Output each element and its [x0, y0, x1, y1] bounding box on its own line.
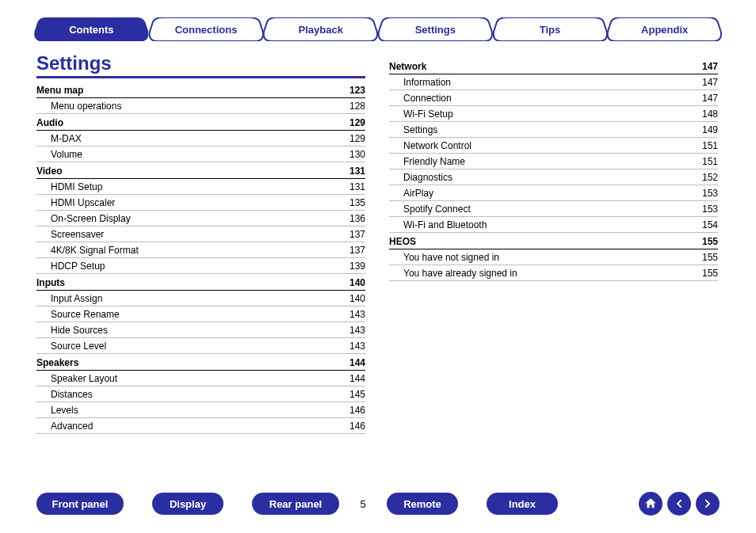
toc-page: 155 [693, 252, 718, 263]
page-title: Settings [36, 52, 365, 78]
toc-column-right: Network147Information147Connection147Wi-… [389, 58, 718, 434]
pill-label: Front panel [52, 498, 109, 510]
toc-item[interactable]: HDMI Upscaler135 [36, 195, 365, 211]
toc-label: HDMI Setup [36, 181, 102, 192]
nav-front-panel[interactable]: Front panel [36, 493, 124, 515]
toc-page: 137 [340, 229, 365, 240]
nav-display[interactable]: Display [152, 493, 223, 515]
toc-label: Levels [36, 405, 78, 416]
toc-page: 151 [693, 156, 718, 167]
nav-rear-panel[interactable]: Rear panel [252, 493, 339, 515]
nav-index[interactable]: Index [487, 493, 558, 515]
toc-item[interactable]: HDCP Setup139 [36, 258, 365, 274]
toc-section[interactable]: Video131 [36, 162, 365, 179]
home-icon[interactable] [639, 492, 662, 516]
toc-item[interactable]: Network Control151 [389, 138, 718, 154]
toc-item[interactable]: Input Assign140 [36, 291, 365, 306]
toc-page: 130 [340, 149, 365, 160]
toc-item[interactable]: On-Screen Display136 [36, 211, 365, 227]
toc-page: 140 [340, 277, 365, 288]
toc-item[interactable]: Source Level143 [36, 338, 365, 354]
toc-page: 131 [340, 166, 365, 177]
toc-page: 143 [340, 309, 365, 320]
toc-section[interactable]: Network147 [389, 58, 718, 74]
toc-item[interactable]: Friendly Name151 [389, 154, 718, 169]
toc-label: You have already signed in [389, 268, 517, 279]
nav-remote[interactable]: Remote [387, 493, 458, 515]
prev-icon[interactable] [667, 492, 691, 516]
toc-page: 154 [693, 219, 718, 230]
toc-item[interactable]: Settings149 [389, 122, 718, 138]
toc-page: 147 [693, 61, 718, 72]
toc-label: Wi-Fi and Bluetooth [389, 219, 487, 230]
toc-label: HDMI Upscaler [36, 197, 115, 208]
toc-label: On-Screen Display [36, 213, 131, 224]
toc-page: 153 [693, 204, 718, 215]
toc-label: AirPlay [389, 188, 433, 199]
toc-label: Speaker Layout [36, 373, 117, 384]
tab-label: Contents [33, 17, 150, 41]
page-number: 5 [339, 498, 387, 510]
toc-item[interactable]: 4K/8K Signal Format137 [36, 242, 365, 258]
toc-label: Menu operations [36, 101, 121, 112]
toc-item[interactable]: Spotify Connect153 [389, 201, 718, 217]
toc-item[interactable]: Volume130 [36, 147, 365, 162]
toc-item[interactable]: Information147 [389, 74, 718, 90]
toc-page: 139 [340, 261, 365, 272]
toc-section[interactable]: HEOS155 [389, 233, 718, 249]
toc-item[interactable]: Menu operations128 [36, 98, 365, 114]
toc-item[interactable]: M-DAX129 [36, 131, 365, 147]
toc-page: 153 [693, 188, 718, 199]
tab-label: Tips [492, 17, 609, 41]
toc-label: Wi-Fi Setup [389, 109, 453, 120]
toc-label: Inputs [36, 277, 65, 288]
toc-page: 123 [340, 85, 365, 96]
tab-label: Connections [148, 17, 265, 41]
toc-item[interactable]: Wi-Fi Setup148 [389, 106, 718, 122]
toc-page: 128 [340, 101, 365, 112]
toc-label: Advanced [36, 421, 93, 432]
tab-label: Settings [377, 17, 494, 41]
tab-appendix[interactable]: Appendix [606, 17, 723, 41]
toc-page: 136 [340, 213, 365, 224]
toc-page: 152 [693, 172, 718, 183]
toc-item[interactable]: Hide Sources143 [36, 322, 365, 338]
toc-label: HDCP Setup [36, 261, 105, 272]
toc-label: Information [389, 77, 451, 88]
tab-playback[interactable]: Playback [262, 17, 379, 41]
tab-connections[interactable]: Connections [148, 17, 265, 41]
toc-item[interactable]: Source Rename143 [36, 306, 365, 322]
toc-item[interactable]: AirPlay153 [389, 185, 718, 201]
toc-item[interactable]: You have already signed in155 [389, 265, 718, 281]
toc-page: 147 [693, 77, 718, 88]
toc-page: 146 [340, 421, 365, 432]
toc-label: Distances [36, 389, 93, 400]
toc-label: Speakers [36, 357, 78, 368]
toc-item[interactable]: Distances145 [36, 386, 365, 402]
toc-section[interactable]: Menu map123 [36, 82, 365, 98]
toc-item[interactable]: Speaker Layout144 [36, 371, 365, 386]
tab-settings[interactable]: Settings [377, 17, 494, 41]
toc-label: Network [389, 61, 426, 72]
toc-item[interactable]: Connection147 [389, 90, 718, 106]
toc-item[interactable]: You have not signed in155 [389, 249, 718, 265]
toc-page: 151 [693, 140, 718, 151]
toc-page: 146 [340, 405, 365, 416]
toc-item[interactable]: HDMI Setup131 [36, 179, 365, 195]
toc-item[interactable]: Diagnostics152 [389, 169, 718, 185]
toc-item[interactable]: Levels146 [36, 402, 365, 418]
toc-label: M-DAX [36, 133, 82, 144]
toc-item[interactable]: Screensaver137 [36, 227, 365, 242]
tab-tips[interactable]: Tips [492, 17, 609, 41]
toc-item[interactable]: Advanced146 [36, 418, 365, 434]
toc-label: Settings [389, 124, 437, 135]
toc-page: 144 [340, 357, 365, 368]
next-icon[interactable] [696, 492, 720, 516]
toc-section[interactable]: Audio129 [36, 114, 365, 131]
tab-contents[interactable]: Contents [33, 17, 150, 41]
toc-section[interactable]: Speakers144 [36, 354, 365, 371]
toc-page: 155 [693, 268, 718, 279]
toc-section[interactable]: Inputs140 [36, 274, 365, 291]
toc-label: Screensaver [36, 229, 104, 240]
toc-item[interactable]: Wi-Fi and Bluetooth154 [389, 217, 718, 233]
